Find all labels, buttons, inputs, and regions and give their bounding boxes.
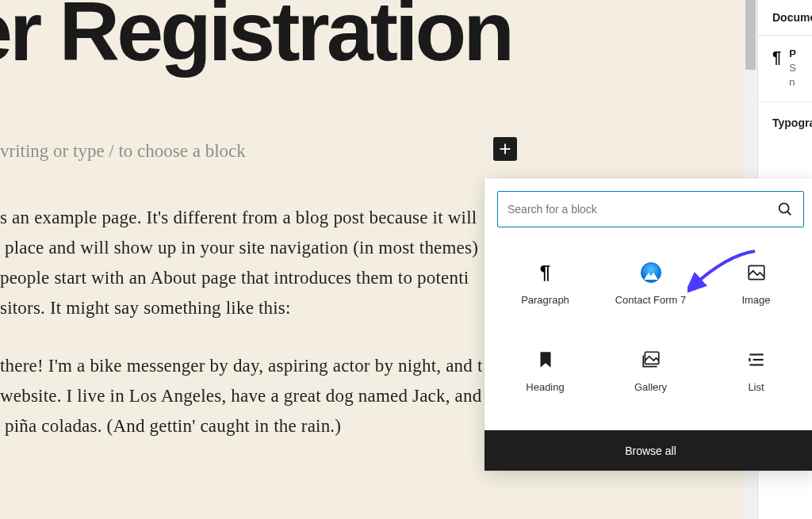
browse-all-label: Browse all bbox=[625, 445, 676, 457]
block-item-gallery[interactable]: Gallery bbox=[598, 327, 703, 414]
block-label: Contact Form 7 bbox=[615, 294, 687, 306]
settings-tab-document[interactable]: Docume bbox=[772, 11, 812, 24]
page-title[interactable]: ser Registration bbox=[0, 0, 511, 73]
paragraph-block-2[interactable]: there! I'm a bike messenger by day, aspi… bbox=[0, 351, 483, 441]
block-label: Paragraph bbox=[521, 294, 569, 306]
block-item-heading[interactable]: Heading bbox=[492, 327, 598, 414]
add-block-button[interactable] bbox=[493, 137, 517, 161]
plus-icon bbox=[496, 140, 514, 158]
vertical-scrollbar-thumb[interactable] bbox=[745, 0, 756, 70]
pilcrow-icon: ¶ bbox=[535, 262, 556, 283]
bookmark-icon bbox=[535, 349, 556, 370]
block-label: List bbox=[748, 381, 764, 393]
block-item-image[interactable]: Image bbox=[703, 240, 809, 327]
block-label: Gallery bbox=[634, 381, 667, 393]
list-icon bbox=[746, 349, 767, 370]
gallery-icon bbox=[641, 349, 661, 370]
block-label: Heading bbox=[526, 381, 564, 393]
block-search-field[interactable] bbox=[497, 191, 804, 227]
svg-point-2 bbox=[779, 204, 789, 213]
image-icon bbox=[746, 262, 767, 283]
browse-all-button[interactable]: Browse all bbox=[485, 430, 812, 471]
block-item-list[interactable]: List bbox=[703, 327, 809, 414]
block-settings-panel[interactable]: ¶ P S n bbox=[758, 36, 812, 102]
typography-panel-header[interactable]: Typogra bbox=[758, 102, 812, 129]
block-settings-meta: P S n bbox=[789, 47, 796, 90]
block-item-contact-form-7[interactable]: Contact Form 7 bbox=[598, 240, 703, 327]
svg-line-3 bbox=[787, 212, 791, 215]
block-inserter-popover: ¶ Paragraph Contact Form 7 Image Heading… bbox=[485, 178, 812, 471]
pilcrow-icon: ¶ bbox=[772, 48, 781, 67]
search-icon bbox=[776, 200, 794, 218]
paragraph-block-1[interactable]: s an example page. It's different from a… bbox=[0, 203, 478, 323]
contact-form-7-icon bbox=[641, 262, 661, 283]
block-grid: ¶ Paragraph Contact Form 7 Image Heading… bbox=[485, 240, 812, 414]
block-search-input[interactable] bbox=[508, 203, 776, 216]
block-item-paragraph[interactable]: ¶ Paragraph bbox=[492, 240, 598, 327]
block-placeholder-prompt[interactable]: vriting or type / to choose a block bbox=[0, 141, 246, 162]
block-label: Image bbox=[741, 294, 770, 306]
